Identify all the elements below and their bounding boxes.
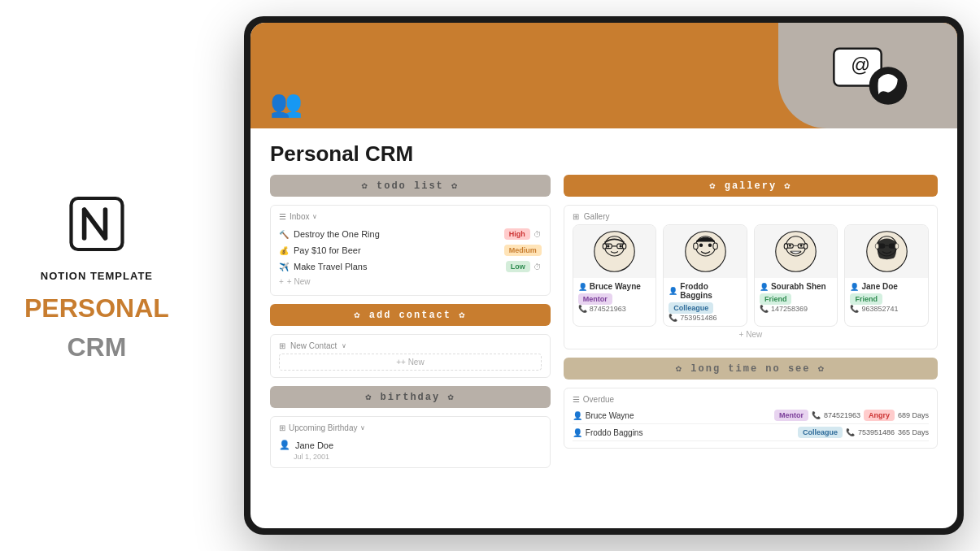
gallery-filter-label[interactable]: ⊞ Gallery xyxy=(573,212,929,221)
header-decoration: @ xyxy=(778,23,957,128)
phone-icon-sourabh: 📞 xyxy=(760,305,769,313)
avatar-froddo xyxy=(664,225,747,278)
todo-item-1[interactable]: 🔨 Destroy the One Ring High ⏱ xyxy=(279,226,542,242)
badge-mentor-bruce: Mentor xyxy=(578,293,612,305)
todo-action-icon-1: ⏱ xyxy=(534,230,542,239)
lns-filter-label[interactable]: ☰ Overdue xyxy=(573,395,929,404)
gallery-card-info-bruce: 👤 Bruce Wayne Mentor 📞 874521963 xyxy=(573,278,656,317)
gallery-card-jane[interactable]: 👤 Jane Doe Friend 📞 963852741 xyxy=(844,224,929,327)
todo-item-2[interactable]: 💰 Pay $10 for Beer Medium xyxy=(279,242,542,258)
avatar-bruce xyxy=(573,225,656,278)
two-col-layout: ✿ todo list ✿ ☰ Inbox ∨ 🔨 Destroy the O xyxy=(270,175,938,518)
todo-item-3[interactable]: ✈️ Make Travel Plans Low ⏱ xyxy=(279,258,542,275)
left-panel: NOTION TEMPLATE PERSONAL CRM xyxy=(24,192,169,360)
add-contact-section-box: ⊞ New Contact ∨ + + New xyxy=(270,334,551,378)
left-column: ✿ todo list ✿ ☰ Inbox ∨ 🔨 Destroy the O xyxy=(270,175,551,518)
badge-friend-jane: Friend xyxy=(850,293,882,305)
gallery-card-sourabh[interactable]: 👤 Sourabh Shen Friend 📞 147258369 xyxy=(754,224,838,327)
lns-days-froddo: 365 Days xyxy=(898,428,929,436)
svg-point-24 xyxy=(789,245,791,247)
lns-row-froddo[interactable]: 👤 Froddo Baggins Colleague 📞 753951486 3… xyxy=(573,424,929,441)
avatar-jane xyxy=(845,225,928,278)
add-contact-section-header: ✿ add contact ✿ xyxy=(270,304,551,326)
lns-right-froddo: Colleague 📞 753951486 365 Days xyxy=(798,427,929,438)
grid-icon-bday: ⊞ xyxy=(279,423,285,432)
svg-point-12 xyxy=(622,244,625,249)
chevron-down-icon-contact: ∨ xyxy=(342,342,346,349)
badge-friend-sourabh: Friend xyxy=(760,293,792,305)
svg-point-25 xyxy=(800,245,803,247)
svg-point-33 xyxy=(875,244,878,249)
todo-section-box: ☰ Inbox ∨ 🔨 Destroy the One Ring xyxy=(270,205,551,296)
gallery-section-header: ✿ gallery ✿ xyxy=(564,175,938,197)
birthday-section-header: ✿ birthday ✿ xyxy=(270,386,551,408)
todo-filter-label[interactable]: ☰ Inbox ∨ xyxy=(279,212,542,221)
todo-section-header: ✿ todo list ✿ xyxy=(270,175,551,197)
gallery-phone-bruce: 📞 874521963 xyxy=(578,305,651,313)
svg-point-27 xyxy=(804,244,808,249)
gallery-phone-froddo: 📞 753951486 xyxy=(669,314,742,322)
notion-logo xyxy=(64,192,129,257)
person-icon-lns-froddo: 👤 xyxy=(573,428,582,437)
person-icon-froddo: 👤 xyxy=(669,287,677,295)
content-area: Personal CRM ✿ todo list ✿ ☰ Inbox ∨ xyxy=(250,128,957,528)
header-banner: 👥 @ xyxy=(250,23,957,128)
device-screen: 👥 @ Personal CRM xyxy=(250,23,957,528)
gallery-card-froddo[interactable]: 👤 Froddo Baggins Colleague 📞 753951486 xyxy=(663,224,747,327)
person-icon-lns-bruce: 👤 xyxy=(573,411,582,420)
todo-new-button[interactable]: + + New xyxy=(279,275,542,289)
personal-label: PERSONAL xyxy=(24,295,169,321)
birthday-filter-label[interactable]: ⊞ Upcoming Birthday ∨ xyxy=(279,423,542,432)
page-wrapper: NOTION TEMPLATE PERSONAL CRM 👥 @ xyxy=(0,0,980,551)
gallery-card-info-jane: 👤 Jane Doe Friend 📞 963852741 xyxy=(845,278,928,317)
person-icon-bruce: 👤 xyxy=(578,283,587,291)
gallery-name-bruce: 👤 Bruce Wayne xyxy=(578,282,651,291)
phone-icon-bruce: 📞 xyxy=(578,305,587,313)
svg-point-16 xyxy=(708,244,711,247)
svg-point-10 xyxy=(620,245,622,247)
list-icon-lns: ☰ xyxy=(573,395,580,404)
plus-icon: + xyxy=(279,277,284,286)
list-icon: ☰ xyxy=(279,212,286,221)
todo-action-icon-3: ⏱ xyxy=(534,262,542,271)
lns-right-bruce: Mentor 📞 874521963 Angry 689 Days xyxy=(774,410,929,421)
money-icon: 💰 xyxy=(279,246,289,255)
gallery-grid: 👤 Bruce Wayne Mentor 📞 874521963 xyxy=(573,224,929,327)
lns-phone-bruce: 874521963 xyxy=(824,411,860,419)
page-icon-area: 👥 xyxy=(270,88,303,119)
person-icon-bday: 👤 xyxy=(279,440,290,450)
person-icon-jane: 👤 xyxy=(850,283,859,291)
hammer-icon: 🔨 xyxy=(279,230,289,239)
gallery-name-sourabh: 👤 Sourabh Shen xyxy=(760,282,833,291)
notion-template-label: NOTION TEMPLATE xyxy=(41,270,153,282)
badge-colleague-froddo: Colleague xyxy=(669,302,713,314)
svg-point-26 xyxy=(784,244,787,249)
grid-icon: ⊞ xyxy=(279,341,285,350)
svg-point-34 xyxy=(895,244,898,249)
lns-phone-froddo: 753951486 xyxy=(858,428,895,436)
grid-icon-gallery: ⊞ xyxy=(573,212,579,221)
lns-days-bruce: 689 Days xyxy=(898,411,929,419)
lns-row-bruce[interactable]: 👤 Bruce Wayne Mentor 📞 874521963 Angry 6… xyxy=(573,407,929,424)
page-title: Personal CRM xyxy=(270,141,938,167)
lns-badge-colleague-froddo: Colleague xyxy=(798,427,843,438)
right-column: ✿ gallery ✿ ⊞ Gallery xyxy=(564,175,938,518)
chevron-down-icon: ∨ xyxy=(312,213,317,220)
svg-text:@: @ xyxy=(851,54,870,76)
birthday-section-box: ⊞ Upcoming Birthday ∨ 👤 Jane Doe Jul 1, … xyxy=(270,416,551,468)
priority-badge-high: High xyxy=(504,228,530,240)
birthday-date: Jul 1, 2001 xyxy=(279,453,542,461)
gallery-new-button[interactable]: + New xyxy=(573,327,929,342)
phone-icon-lns-bruce: 📞 xyxy=(812,411,821,419)
lns-badge-mentor-bruce: Mentor xyxy=(774,410,808,421)
birthday-row-jane[interactable]: 👤 Jane Doe xyxy=(279,437,542,453)
contact-filter-label[interactable]: ⊞ New Contact ∨ xyxy=(279,341,542,350)
phone-icon-froddo: 📞 xyxy=(669,314,677,322)
add-contact-new-button[interactable]: + + New xyxy=(279,354,542,371)
gallery-phone-jane: 📞 963852741 xyxy=(850,305,923,313)
priority-badge-low: Low xyxy=(506,261,530,272)
avatar-sourabh xyxy=(755,225,838,278)
lns-name-bruce: 👤 Bruce Wayne xyxy=(573,411,774,420)
gallery-name-jane: 👤 Jane Doe xyxy=(850,282,923,291)
gallery-card-bruce[interactable]: 👤 Bruce Wayne Mentor 📞 874521963 xyxy=(573,224,657,327)
